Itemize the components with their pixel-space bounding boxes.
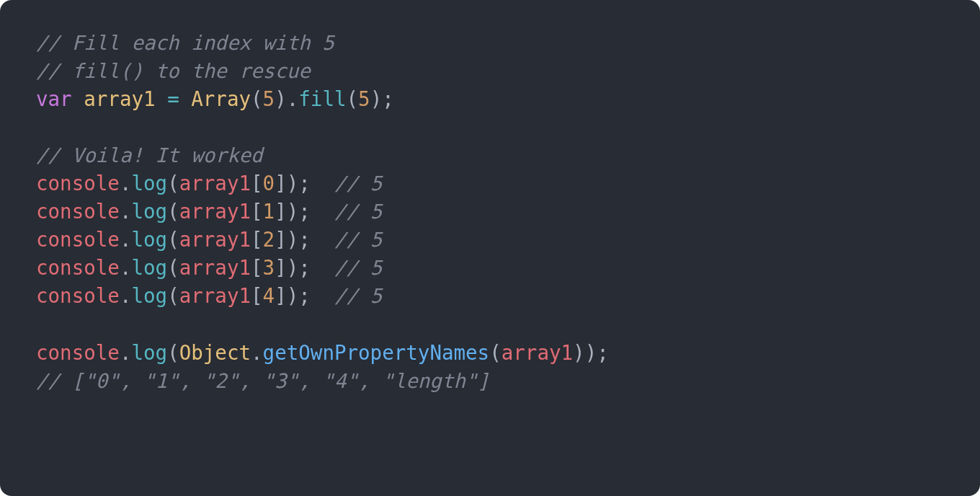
dot: . <box>120 200 132 223</box>
semicolon: ; <box>298 256 311 279</box>
variable-ref: array1 <box>179 284 251 307</box>
number-literal: 5 <box>263 87 275 110</box>
number-literal: 5 <box>358 87 370 110</box>
paren: ( <box>167 256 179 279</box>
number-literal: 2 <box>263 228 275 251</box>
code-line: console.log(array1[0]); // 5 <box>36 169 944 198</box>
code-line: console.log(array1[4]); // 5 <box>36 282 944 310</box>
paren: ) <box>287 228 299 251</box>
code-line: var array1 = Array(5).fill(5); <box>36 85 944 113</box>
bracket: [ <box>251 200 263 223</box>
space <box>72 87 84 110</box>
paren: ( <box>167 341 179 364</box>
dot: . <box>120 172 132 195</box>
space <box>311 172 334 195</box>
comment-text: // Voila! It worked <box>36 143 263 167</box>
semicolon: ; <box>298 228 311 251</box>
semicolon: ; <box>298 284 311 307</box>
variable-ref: array1 <box>179 200 251 223</box>
object-ref: console <box>36 256 120 279</box>
dot: . <box>287 87 299 110</box>
comment-text: // Fill each index with 5 <box>36 31 334 54</box>
comment-text: // 5 <box>334 228 382 251</box>
method-name: log <box>131 172 167 195</box>
paren: ) <box>585 341 597 364</box>
paren: ) <box>287 172 299 195</box>
method-name: getOwnPropertyNames <box>263 341 490 364</box>
code-block: // Fill each index with 5 // fill() to t… <box>0 0 980 496</box>
paren: ( <box>347 87 359 110</box>
space <box>311 284 334 307</box>
bracket: [ <box>251 228 263 251</box>
bracket: [ <box>251 284 263 307</box>
bracket: ] <box>275 256 287 279</box>
paren: ) <box>287 256 299 279</box>
number-literal: 0 <box>263 172 275 195</box>
paren: ) <box>370 87 383 110</box>
bracket: [ <box>251 172 263 195</box>
blank-line <box>36 310 944 338</box>
space <box>311 228 334 251</box>
semicolon: ; <box>298 172 311 195</box>
dot: . <box>120 256 132 279</box>
paren: ( <box>167 172 179 195</box>
number-literal: 1 <box>263 200 275 223</box>
class-name: Array <box>191 87 251 110</box>
paren: ) <box>287 200 299 223</box>
paren: ( <box>167 228 179 251</box>
number-literal: 3 <box>263 256 275 279</box>
comment-text: // 5 <box>334 200 382 223</box>
comment-text: // ["0", "1", "2", "3", "4", "length"] <box>36 369 489 392</box>
class-name: Object <box>179 341 251 364</box>
blank-line <box>36 113 944 141</box>
variable-ref: array1 <box>179 172 251 195</box>
comment-text: // fill() to the rescue <box>36 59 311 82</box>
bracket: ] <box>275 284 287 307</box>
dot: . <box>251 341 263 364</box>
code-line: console.log(Object.getOwnPropertyNames(a… <box>36 339 944 367</box>
paren: ( <box>167 284 179 307</box>
code-line: // Fill each index with 5 <box>36 29 944 57</box>
dot: . <box>120 228 132 251</box>
object-ref: console <box>36 284 120 307</box>
method-name: log <box>131 341 167 364</box>
method-name: log <box>131 256 167 279</box>
space <box>311 256 334 279</box>
paren: ( <box>167 200 179 223</box>
operator: = <box>156 87 192 110</box>
method-name: log <box>131 228 167 251</box>
space <box>311 200 334 223</box>
object-ref: console <box>36 200 120 223</box>
semicolon: ; <box>382 87 394 110</box>
paren: ) <box>275 87 287 110</box>
variable-ref: array1 <box>502 341 573 364</box>
bracket: ] <box>275 172 287 195</box>
method-name: log <box>131 284 167 307</box>
object-ref: console <box>36 228 120 251</box>
bracket: [ <box>251 256 263 279</box>
paren: ) <box>573 341 585 364</box>
code-line: console.log(array1[1]); // 5 <box>36 198 944 226</box>
method-name: log <box>131 200 167 223</box>
code-line: console.log(array1[2]); // 5 <box>36 226 944 254</box>
method-name: fill <box>298 87 346 110</box>
dot: . <box>120 341 132 364</box>
paren: ( <box>489 341 502 364</box>
dot: . <box>120 284 132 307</box>
variable-name: array1 <box>84 87 155 110</box>
keyword: var <box>36 87 72 110</box>
code-line: // fill() to the rescue <box>36 57 944 85</box>
paren: ) <box>287 284 299 307</box>
comment-text: // 5 <box>334 256 382 279</box>
semicolon: ; <box>298 200 311 223</box>
code-line: // ["0", "1", "2", "3", "4", "length"] <box>36 367 944 395</box>
code-line: // Voila! It worked <box>36 141 944 169</box>
number-literal: 4 <box>263 284 275 307</box>
bracket: ] <box>275 200 287 223</box>
variable-ref: array1 <box>179 228 251 251</box>
variable-ref: array1 <box>179 256 251 279</box>
code-line: console.log(array1[3]); // 5 <box>36 254 944 282</box>
object-ref: console <box>36 172 120 195</box>
comment-text: // 5 <box>334 284 382 307</box>
bracket: ] <box>275 228 287 251</box>
